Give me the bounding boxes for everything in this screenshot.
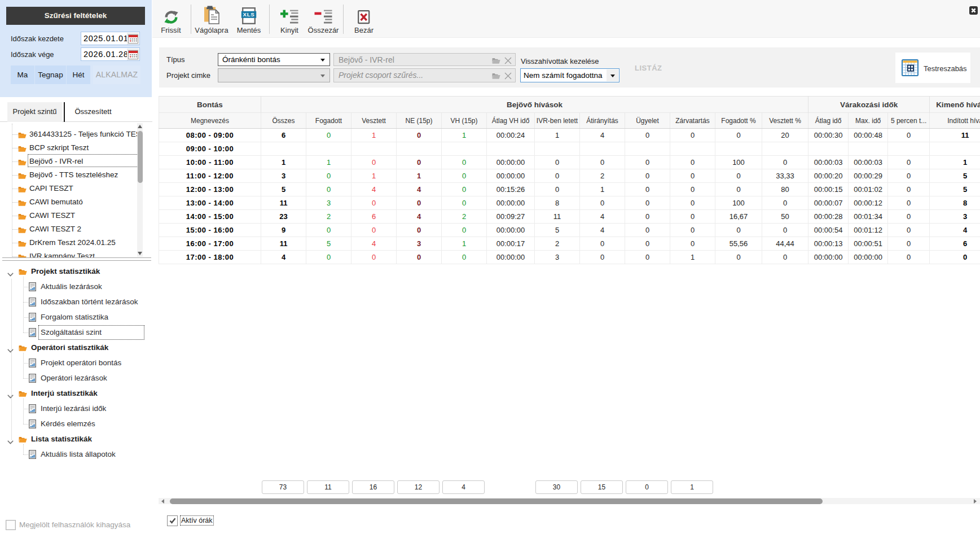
svg-text:XLS: XLS (243, 11, 254, 18)
